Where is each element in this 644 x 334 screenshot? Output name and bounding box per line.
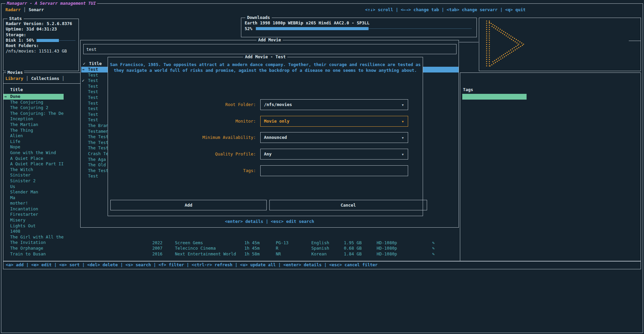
cancel-button[interactable]: Cancel — [269, 200, 427, 210]
field-select[interactable]: Movie only ▼ — [260, 116, 408, 127]
tab-sonarr[interactable]: Sonarr — [29, 7, 44, 12]
movie-row[interactable]: Sinister — [3, 172, 64, 178]
movie-row[interactable]: →Dune — [3, 94, 64, 100]
gauge-fill — [256, 27, 369, 30]
dropdown-arrow-icon: ▼ — [402, 133, 404, 143]
popup-title: Add Movie - Test — [243, 54, 287, 60]
result-title: Test — [88, 89, 98, 94]
field-select[interactable]: Announced ▼ — [260, 132, 408, 143]
field-select[interactable]: Any ▼ — [260, 149, 408, 160]
movie-runtime: 1h 58m — [244, 251, 260, 257]
add-movie-panel-title: Add Movie — [257, 37, 283, 43]
tab-library[interactable]: Library — [5, 76, 23, 81]
movie-size: 0.68 GB — [344, 246, 362, 251]
field-value: Announced — [264, 132, 287, 143]
stats-panel-title: Stats — [7, 16, 24, 22]
movie-title: Misery — [10, 217, 25, 223]
result-title: Test — [88, 117, 98, 122]
check-column-header-icon: ✓ — [83, 61, 89, 67]
library-right-border — [641, 72, 641, 261]
result-title: The Test — [88, 145, 108, 150]
movie-row[interactable]: Incantation — [3, 206, 64, 212]
movie-row[interactable]: Lights Out — [3, 223, 64, 229]
movie-row[interactable]: Alien — [3, 133, 64, 139]
movie-row[interactable]: Inception — [3, 116, 64, 122]
movie-row[interactable]: Us — [3, 184, 64, 190]
field-label: Minimum Availability: — [108, 132, 256, 143]
movie-row[interactable]: Misery — [3, 217, 64, 223]
description-line: they navigate a world full of risks and … — [108, 68, 423, 74]
result-title: The Bran — [88, 123, 108, 128]
result-title: Test — [88, 72, 98, 78]
movie-title: The Girl with All the — [10, 234, 64, 239]
result-prefix-icon: ✓ — [82, 78, 88, 84]
library-table-row[interactable]: 2022 Screen Gems 1h 45m PG-13 English 1.… — [0, 240, 644, 246]
movie-row[interactable]: Sinister 2 — [3, 178, 64, 184]
movie-row[interactable]: The Conjuring 2 — [3, 105, 64, 111]
field-value: Movie only — [264, 116, 289, 126]
movie-row[interactable]: The Witch — [3, 167, 64, 173]
border-fragment — [629, 41, 641, 41]
movie-row[interactable]: The Thing — [3, 128, 64, 133]
uptime-label: Uptime: — [6, 26, 24, 32]
movie-title: Inception — [10, 116, 33, 121]
result-title: The Test — [88, 168, 108, 173]
field-select[interactable]: /nfs/movies ▼ — [260, 99, 408, 110]
movie-title: Nope — [10, 144, 20, 149]
movie-row[interactable]: Slender Man — [3, 189, 64, 195]
movie-row[interactable]: The Girl with All the — [3, 234, 64, 240]
field-value: Any — [264, 149, 272, 159]
add-button[interactable]: Add — [110, 200, 267, 210]
form-field-row: Root Folder: /nfs/movies ▼ — [108, 99, 423, 110]
movie-search-input[interactable] — [83, 44, 457, 54]
dropdown-arrow-icon: ▼ — [402, 100, 404, 110]
movie-row[interactable]: Life — [3, 139, 64, 145]
popup-form: Root Folder: /nfs/movies ▼ Monitor: Movi… — [108, 99, 423, 182]
movie-year: 2016 — [152, 251, 162, 257]
movie-row[interactable]: Gone with the Wind — [3, 150, 64, 156]
result-title: The Old — [88, 162, 106, 167]
bottom-keybindings: <a> add | <e> edit | <o> sort | <del> de… — [6, 262, 378, 268]
edit-pencil-icon: ✎ — [432, 240, 435, 246]
movie-title: Dune — [10, 94, 20, 99]
top-keybindings: <↑↓> scroll | <←→> change tab | <tab> ch… — [365, 7, 526, 13]
bottom-keybar: <a> add | <e> edit | <o> sort | <del> de… — [3, 261, 641, 269]
library-table-row[interactable]: 2007 Telecinco Cinema 1h 45m R Spanish 0… — [0, 246, 644, 251]
field-select[interactable] — [260, 165, 408, 176]
movie-row[interactable]: A Quiet Place Part II — [3, 161, 64, 167]
add-movie-hints: <enter> details | <esc> edit search — [81, 219, 459, 225]
result-title: Test — [88, 78, 98, 83]
movie-certification: R — [276, 246, 279, 251]
library-table-row[interactable]: 2016 Next Entertainment World 1h 58m NR … — [0, 251, 644, 257]
movie-title: Incantation — [10, 206, 38, 211]
movie-row[interactable]: 1408 — [3, 229, 64, 234]
tab-collections[interactable]: Collections — [31, 76, 59, 81]
movie-year: 2022 — [152, 240, 162, 246]
movie-row[interactable]: The Conjuring: The De — [3, 111, 64, 117]
tab-radarr[interactable]: Radarr — [5, 7, 21, 12]
result-title: The Test — [88, 140, 108, 145]
disk-label: Disk 1: — [6, 38, 24, 43]
movie-row[interactable]: The Martian — [3, 122, 64, 128]
movie-year: 2007 — [152, 246, 162, 251]
movie-row[interactable]: A Quiet Place — [3, 156, 64, 162]
uptime-value: 31d 04:31:23 — [26, 26, 57, 32]
movie-title: The Conjuring 2 — [10, 105, 48, 110]
result-title: Test — [88, 84, 98, 89]
downloads-panel-title: Downloads — [245, 15, 272, 21]
movie-language: Spanish — [311, 246, 329, 251]
movie-certification: NR — [276, 251, 281, 257]
movie-row[interactable]: Ma — [3, 195, 64, 201]
movie-row[interactable]: The Conjuring — [3, 100, 64, 105]
tab-separator: │ — [26, 76, 29, 81]
movie-studio: Telecinco Cinema — [175, 246, 216, 251]
gauge-fill — [37, 39, 59, 42]
movie-row[interactable]: Nope — [3, 144, 64, 150]
tab-separator: │ — [23, 7, 26, 12]
movie-row[interactable]: mother! — [3, 201, 64, 206]
movie-list: →Dune The Conjuring The Conjuring 2 The … — [3, 94, 64, 257]
field-label: Root Folder: — [108, 99, 256, 110]
movie-row[interactable]: Firestarter — [3, 212, 64, 217]
app-title: Managarr - A Servarr management TUI — [5, 1, 97, 6]
results-header: ✓Title — [83, 61, 102, 67]
